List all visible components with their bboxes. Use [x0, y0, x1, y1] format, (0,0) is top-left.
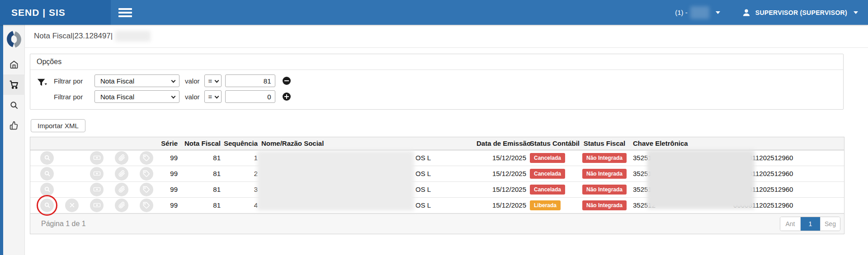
chevron-down-icon	[214, 79, 219, 83]
view-button[interactable]	[40, 151, 54, 165]
chevron-down-icon	[854, 11, 858, 14]
financial-button[interactable]	[90, 151, 104, 165]
chevron-down-icon	[214, 94, 219, 99]
chevron-down-icon	[171, 79, 176, 83]
tag-icon	[143, 186, 150, 193]
cell-nota-fiscal: 81	[178, 181, 221, 197]
status-contabil-badge: Cancelada	[530, 153, 565, 163]
filter-row-2: Filtrar por Nota Fiscal valor =	[54, 90, 291, 103]
cell-nota-fiscal: 81	[178, 197, 221, 213]
attachment-button[interactable]	[115, 151, 128, 165]
banknote-icon	[93, 154, 101, 162]
cell-nome: OS L	[415, 201, 431, 209]
filter-operator-select[interactable]: =	[204, 90, 222, 103]
options-panel-title: Opções	[30, 54, 843, 70]
tag-button[interactable]	[140, 167, 153, 181]
search-icon	[9, 101, 19, 110]
cell-sequencia: 1	[221, 150, 258, 166]
col-nota-fiscal: Nota Fiscal	[178, 137, 221, 150]
menu-icon[interactable]	[118, 6, 132, 19]
banknote-icon	[93, 201, 101, 209]
col-nome: Nome/Razão Social	[258, 137, 476, 150]
financial-button[interactable]	[90, 199, 104, 212]
tag-icon	[143, 154, 150, 162]
page-title-bar: Nota Fiscal|23.128497|	[25, 25, 868, 48]
cell-data-emissao: 15/12/2025	[476, 181, 526, 197]
cell-serie: 99	[159, 150, 178, 166]
brand-logo[interactable]	[5, 29, 24, 50]
redacted-chave-block	[647, 150, 755, 209]
sidebar-item-orders[interactable]	[3, 74, 25, 95]
search-icon	[44, 154, 51, 161]
notification-counter[interactable]: (1) -	[675, 9, 688, 16]
user-menu[interactable]: SUPERVISOR (SUPERVISOR)	[742, 8, 858, 17]
redacted-title-segment	[115, 31, 151, 42]
remove-filter-button[interactable]	[283, 77, 291, 85]
top-bar: SEND | SIS (1) - SUPERVISOR (SUPERVISOR)	[0, 0, 868, 25]
search-icon	[44, 170, 51, 177]
banknote-icon	[93, 185, 101, 193]
chevron-down-icon	[171, 94, 176, 99]
view-button[interactable]	[40, 167, 54, 181]
next-page-button[interactable]: Seg	[820, 217, 840, 231]
cell-serie: 99	[159, 181, 178, 197]
chevron-down-icon[interactable]	[716, 11, 720, 14]
cell-sequencia: 2	[221, 166, 258, 181]
filter-field-select[interactable]: Nota Fiscal	[94, 90, 179, 103]
filter-field-select[interactable]: Nota Fiscal	[94, 74, 179, 87]
banknote-icon	[93, 170, 101, 177]
cart-icon	[9, 80, 19, 89]
sidebar-item-search[interactable]	[3, 95, 25, 115]
sidebar-item-home[interactable]	[3, 54, 25, 74]
main-content: Nota Fiscal|23.128497| Opções Filtrar po…	[25, 25, 868, 255]
cell-nota-fiscal: 81	[178, 150, 221, 166]
status-contabil-badge: Cancelada	[530, 169, 565, 179]
cell-nome: OS L	[415, 170, 431, 177]
financial-button[interactable]	[90, 183, 104, 196]
filter-operator-select[interactable]: =	[204, 74, 222, 87]
col-status-contabil: Status Contábil	[526, 137, 580, 150]
filter-value-input[interactable]	[225, 74, 275, 87]
view-button[interactable]	[40, 183, 54, 196]
financial-button[interactable]	[90, 167, 104, 181]
view-button-highlighted[interactable]	[40, 199, 54, 212]
import-xml-button[interactable]: Importar XML	[31, 119, 85, 132]
paperclip-icon	[118, 186, 125, 193]
cell-data-emissao: 15/12/2025	[476, 166, 526, 181]
filter-label: Filtrar por	[54, 93, 92, 101]
x-icon	[69, 202, 75, 208]
home-icon	[9, 60, 19, 69]
search-icon	[44, 186, 51, 193]
paperclip-icon	[118, 202, 125, 209]
results-table: Série Nota Fiscal Sequência Nome/Razão S…	[30, 137, 844, 234]
prev-page-button[interactable]: Ant	[780, 217, 800, 231]
filter-icon[interactable]	[37, 74, 54, 103]
filter-value-input[interactable]	[225, 90, 275, 103]
tag-button[interactable]	[140, 199, 153, 212]
status-contabil-badge: Cancelada	[530, 185, 565, 195]
col-data-emissao: Data de Emissão	[476, 137, 526, 150]
paperclip-icon	[118, 170, 125, 177]
attachment-button[interactable]	[115, 167, 128, 181]
tag-button[interactable]	[140, 151, 153, 165]
pagination: Ant 1 Seg	[780, 217, 840, 231]
table-footer: Página 1 de 1 Ant 1 Seg	[30, 213, 844, 234]
status-contabil-badge: Liberada	[530, 200, 561, 210]
thumbs-up-icon	[9, 121, 19, 130]
tag-button[interactable]	[140, 183, 153, 196]
cell-nome: OS L	[415, 185, 431, 193]
col-serie: Série	[159, 137, 178, 150]
col-sequencia: Sequência	[221, 137, 258, 150]
attachment-button[interactable]	[115, 199, 128, 212]
attachment-button[interactable]	[115, 183, 128, 196]
page-1-button[interactable]: 1	[800, 217, 820, 231]
filter-label: Filtrar por	[54, 77, 92, 85]
add-filter-button[interactable]	[283, 93, 291, 101]
filter-row-1: Filtrar por Nota Fiscal valor =	[54, 74, 291, 87]
cell-serie: 99	[159, 166, 178, 181]
cell-nome: OS L	[415, 154, 431, 162]
paperclip-icon	[118, 154, 125, 161]
sidebar-item-approvals[interactable]	[3, 115, 25, 135]
user-icon	[742, 8, 751, 17]
cancel-button[interactable]	[65, 199, 79, 212]
